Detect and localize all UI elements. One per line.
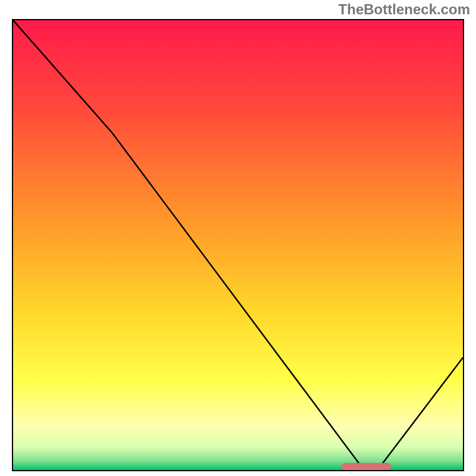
chart-frame bbox=[12, 19, 464, 471]
watermark-text: TheBottleneck.com bbox=[339, 1, 470, 18]
optimal-marker bbox=[342, 463, 391, 470]
curve-line-svg bbox=[13, 20, 463, 470]
curve-path bbox=[13, 20, 463, 470]
